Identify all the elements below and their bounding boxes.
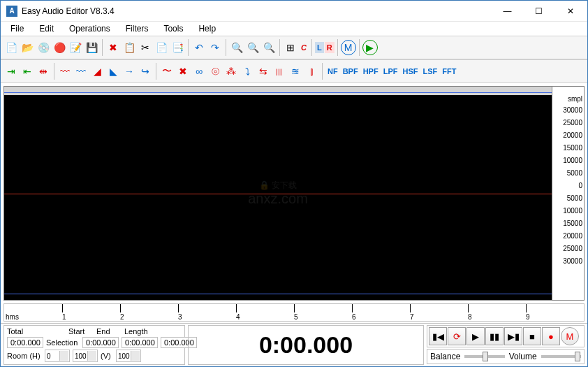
start-value: 0:00.000: [82, 337, 119, 348]
filter-hsf-button[interactable]: HSF: [400, 66, 420, 77]
end-value: 0:00.000: [122, 337, 158, 348]
zoom-sel-icon[interactable]: 🔍: [261, 40, 277, 55]
wave-red-icon[interactable]: 〰: [57, 64, 73, 79]
room-h1-stepper[interactable]: 0: [45, 350, 70, 362]
start-label: Start: [68, 327, 94, 336]
effect1-icon[interactable]: 〜: [159, 64, 175, 79]
effect3-icon[interactable]: ∞: [191, 64, 207, 79]
redo-icon[interactable]: ↷: [207, 40, 223, 55]
balance-slider[interactable]: [464, 355, 504, 358]
effect8-icon[interactable]: ⫼: [272, 64, 287, 79]
effect7-icon[interactable]: ⇆: [256, 64, 271, 79]
total-label: Total: [7, 327, 32, 336]
fade-out-icon[interactable]: ◣: [105, 64, 121, 79]
volume-slider[interactable]: [541, 355, 581, 358]
waveform-canvas[interactable]: 🔒 安下载 anxz.com: [3, 86, 552, 301]
skip-end-button[interactable]: ▶▮: [504, 327, 522, 345]
fade-in-icon[interactable]: ◢: [89, 64, 105, 79]
menu-tools[interactable]: Tools: [156, 22, 190, 35]
cd-icon[interactable]: 💿: [36, 40, 51, 55]
zoom-in-icon[interactable]: 🔍: [229, 40, 244, 55]
go-icon[interactable]: ▶: [362, 40, 378, 55]
minimize-button[interactable]: —: [492, 1, 523, 21]
effect9-icon[interactable]: ≋: [288, 64, 303, 79]
wave-blue-icon[interactable]: 〰: [73, 64, 89, 79]
channel-l-button[interactable]: L: [315, 42, 324, 53]
delete-icon[interactable]: ✖: [105, 40, 121, 55]
play-button[interactable]: ▶: [466, 327, 485, 345]
menu-operations[interactable]: Operations: [62, 22, 117, 35]
room-v-label: (V): [101, 352, 113, 360]
filter-lsf-button[interactable]: LSF: [420, 66, 439, 77]
room-h2-stepper[interactable]: 100: [73, 350, 98, 362]
arrow-right-icon[interactable]: →: [122, 64, 137, 79]
zoom-out-icon[interactable]: 🔍: [245, 40, 260, 55]
menu-filters[interactable]: Filters: [119, 22, 156, 35]
pause-button[interactable]: ▮▮: [485, 327, 504, 345]
filter-hpf-button[interactable]: HPF: [361, 66, 381, 77]
cut-icon[interactable]: ✂: [138, 40, 153, 55]
end-label: End: [96, 327, 122, 336]
open-icon[interactable]: 📂: [20, 40, 35, 55]
play-loop-button[interactable]: ⟳: [448, 327, 466, 345]
marker-icon[interactable]: M: [341, 40, 356, 55]
time-display: 0:00.000: [188, 325, 424, 365]
filter-bpf-button[interactable]: BPF: [341, 66, 360, 77]
trim-start-icon[interactable]: ⇥: [3, 64, 19, 79]
channels-icon[interactable]: ⊞: [283, 40, 298, 55]
skip-start-button[interactable]: ▮◀: [429, 327, 447, 345]
status-panel: Total Start End Length 0:00.000 Selectio…: [3, 325, 185, 365]
effect2-icon[interactable]: ✖: [175, 64, 191, 79]
channel-r-button[interactable]: R: [325, 42, 335, 53]
volume-label: Volume: [509, 352, 537, 361]
effect10-icon[interactable]: ⫿: [304, 64, 319, 79]
new-icon[interactable]: 📄: [3, 40, 19, 55]
amplitude-scale: smpl 30000 25000 20000 15000 10000 5000 …: [552, 86, 585, 301]
menu-edit[interactable]: Edit: [32, 22, 61, 35]
menu-file[interactable]: File: [3, 22, 31, 35]
copy-icon[interactable]: 📋: [122, 40, 137, 55]
trim-sel-icon[interactable]: ⇹: [36, 64, 51, 79]
undo-icon[interactable]: ↶: [191, 40, 207, 55]
record-icon[interactable]: 🔴: [52, 40, 67, 55]
record-button[interactable]: ●: [542, 327, 560, 345]
effect4-icon[interactable]: ⦾: [207, 64, 223, 79]
marker-button[interactable]: M: [561, 327, 579, 345]
room-h-label: Room (H): [7, 352, 42, 360]
save-icon[interactable]: 💾: [84, 40, 99, 55]
menu-help[interactable]: Help: [191, 22, 223, 35]
window-title: Easy Audio Editor V8.3.4: [22, 6, 492, 16]
edit-icon[interactable]: 📝: [68, 40, 83, 55]
filter-lpf-button[interactable]: LPF: [381, 66, 400, 77]
arrow-curve-icon[interactable]: ↪: [138, 64, 153, 79]
app-icon: A: [6, 6, 17, 17]
selection-label: Selection: [46, 338, 80, 347]
room-v-stepper[interactable]: 100: [116, 350, 141, 362]
paste-mix-icon[interactable]: 📑: [170, 40, 185, 55]
close-button[interactable]: ✕: [554, 1, 586, 21]
waveform-scrollbar[interactable]: [4, 87, 552, 95]
total-value: 0:00.000: [7, 337, 43, 348]
filter-nf-button[interactable]: NF: [325, 66, 340, 77]
balance-label: Balance: [430, 352, 460, 361]
length-label: Length: [124, 327, 149, 336]
channel-c-button[interactable]: C: [299, 42, 309, 53]
time-ruler[interactable]: hms 1 2 3 4 5 6 7 8 9: [3, 303, 585, 322]
trim-end-icon[interactable]: ⇤: [20, 64, 35, 79]
effect5-icon[interactable]: ⁂: [223, 64, 239, 79]
effect6-icon[interactable]: ⤵: [240, 64, 255, 79]
maximize-button[interactable]: ☐: [523, 1, 554, 21]
menubar: File Edit Operations Filters Tools Help: [1, 22, 587, 36]
paste-icon[interactable]: 📄: [154, 40, 169, 55]
stop-button[interactable]: ■: [523, 327, 541, 345]
filter-fft-button[interactable]: FFT: [440, 66, 458, 77]
